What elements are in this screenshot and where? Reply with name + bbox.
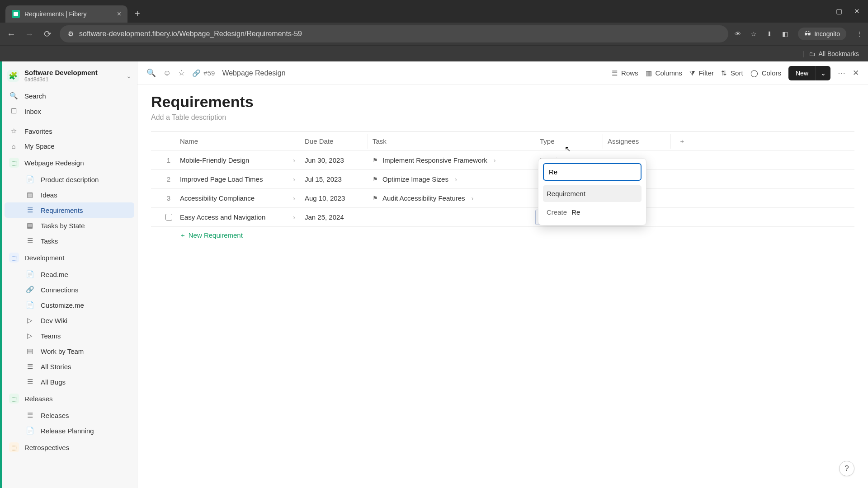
cell-task[interactable]: ⚑Optimize Image Sizes› xyxy=(368,172,535,187)
row-index: 3 xyxy=(159,194,177,202)
space-webpage-redesign[interactable]: ⬚Webpage Redesign xyxy=(5,154,134,172)
sidebar-item-teams[interactable]: ▷Teams xyxy=(5,328,134,343)
expand-icon[interactable]: › xyxy=(293,194,295,202)
rows-button[interactable]: ☰Rows xyxy=(612,69,638,77)
sidebar-item-customize[interactable]: 📄Customize.me xyxy=(5,297,134,313)
table-row[interactable]: 1 Mobile-Friendly Design› Jun 30, 2023 ⚑… xyxy=(151,151,854,170)
address-bar[interactable]: ⚙ software-development.fibery.io/Webpage… xyxy=(60,25,728,42)
sidebar-item-releases[interactable]: ☰Releases xyxy=(5,408,134,423)
sidebar-item-all-bugs[interactable]: ☰All Bugs xyxy=(5,374,134,389)
sidebar-item-work-by-team[interactable]: ▤Work by Team xyxy=(5,343,134,359)
column-header-task[interactable]: Task xyxy=(368,134,535,149)
all-bookmarks-button[interactable]: 🗀 All Bookmarks xyxy=(809,50,859,57)
nav-back-icon[interactable]: ← xyxy=(5,29,17,39)
column-header-assignees[interactable]: Assignees xyxy=(603,134,671,149)
sidebar-favorites[interactable]: ☆Favorites xyxy=(5,123,134,139)
chevron-down-icon: ⌄ xyxy=(126,72,132,80)
sidebar-inbox[interactable]: ☐Inbox xyxy=(5,103,134,119)
tab-close-icon[interactable]: × xyxy=(117,10,121,18)
cell-name[interactable]: Improved Page Load Times› xyxy=(177,172,300,187)
table-row[interactable]: 3 Accessibility Compliance› Aug 10, 2023… xyxy=(151,189,854,208)
sidebar-search[interactable]: 🔍Search xyxy=(5,88,134,103)
cell-name[interactable]: Accessibility Compliance› xyxy=(177,191,300,206)
sidebar-item-release-planning[interactable]: 📄Release Planning xyxy=(5,423,134,438)
sidebar-item-readme[interactable]: 📄Read.me xyxy=(5,267,134,282)
row-checkbox[interactable] xyxy=(159,214,177,221)
cell-due[interactable]: Jan 25, 2024 xyxy=(300,210,368,225)
page-title: Requirements xyxy=(151,93,854,111)
home-icon: ⌂ xyxy=(9,142,18,150)
side-panel-icon[interactable]: ◧ xyxy=(782,30,788,38)
search-icon[interactable]: 🔍 xyxy=(146,68,156,78)
cell-due[interactable]: Aug 10, 2023 xyxy=(300,191,368,206)
type-option-requirement[interactable]: Requirement xyxy=(543,185,642,202)
cell-task[interactable]: ⚑Audit Accessibility Features› xyxy=(368,191,535,206)
sidebar-item-product-description[interactable]: 📄Product description xyxy=(5,172,134,187)
cell-task[interactable] xyxy=(368,214,535,221)
nav-reload-icon[interactable]: ⟳ xyxy=(42,28,53,39)
sidebar-item-requirements[interactable]: ☰Requirements xyxy=(5,202,134,218)
breadcrumb[interactable]: Webpage Redesign xyxy=(222,69,285,77)
expand-icon[interactable]: › xyxy=(494,156,496,164)
sidebar-item-dev-wiki[interactable]: ▷Dev Wiki xyxy=(5,313,134,328)
inbox-icon: ☐ xyxy=(9,107,18,115)
workspace-switcher[interactable]: 🧩 Software Development 6ad8d3d1 ⌄ xyxy=(5,65,134,88)
sidebar-item-ideas[interactable]: ▤Ideas xyxy=(5,187,134,202)
space-releases[interactable]: ⬚Releases xyxy=(5,389,134,408)
cell-due[interactable]: Jul 15, 2023 xyxy=(300,172,368,187)
sort-button[interactable]: ⇅Sort xyxy=(721,69,743,77)
expand-icon[interactable]: › xyxy=(455,175,457,183)
sidebar-my-space[interactable]: ⌂My Space xyxy=(5,139,134,154)
entity-ref[interactable]: 🔗#59 xyxy=(192,69,215,77)
expand-icon[interactable]: › xyxy=(293,175,295,183)
space-retrospectives[interactable]: ⬚Retrospectives xyxy=(5,438,134,456)
expand-icon[interactable]: › xyxy=(293,156,295,164)
cell-name[interactable]: Easy Access and Navigation› xyxy=(177,210,300,225)
browser-menu-icon[interactable]: ⋮ xyxy=(856,30,863,38)
cell-task[interactable]: ⚑Implement Responsive Framework› xyxy=(368,153,535,168)
star-icon[interactable]: ☆ xyxy=(178,68,185,78)
add-requirement-button[interactable]: + New Requirement xyxy=(151,227,854,244)
browser-tab[interactable]: Requirements | Fibery × xyxy=(5,5,127,23)
sidebar-item-tasks-by-state[interactable]: ▤Tasks by State xyxy=(5,218,134,233)
flag-icon: ⚑ xyxy=(373,195,378,202)
colors-button[interactable]: ◯Colors xyxy=(750,69,781,77)
expand-icon[interactable]: › xyxy=(293,213,295,221)
expand-icon[interactable]: › xyxy=(472,194,474,202)
more-icon[interactable]: ⋯ xyxy=(838,68,845,78)
sidebar-item-tasks[interactable]: ☰Tasks xyxy=(5,233,134,249)
window-maximize-icon[interactable]: ▢ xyxy=(836,7,842,15)
site-settings-icon[interactable]: ⚙ xyxy=(68,30,74,38)
table-row[interactable]: 2 Improved Page Load Times› Jul 15, 2023… xyxy=(151,170,854,189)
cell-name[interactable]: Mobile-Friendly Design› xyxy=(177,153,300,168)
link-icon: 🔗 xyxy=(25,286,34,294)
column-header-name[interactable]: Name xyxy=(177,134,300,149)
bookmark-star-icon[interactable]: ☆ xyxy=(751,30,757,38)
filter-button[interactable]: ⧩Filter xyxy=(689,69,714,77)
add-column-button[interactable]: + xyxy=(671,137,693,145)
help-button[interactable]: ? xyxy=(839,461,854,476)
table-description-input[interactable]: Add a Table description xyxy=(151,113,854,122)
tracking-icon[interactable]: 👁 xyxy=(735,30,741,38)
sidebar-item-connections[interactable]: 🔗Connections xyxy=(5,282,134,297)
cell-due[interactable]: Jun 30, 2023 xyxy=(300,153,368,168)
close-icon[interactable]: ✕ xyxy=(853,68,859,78)
nav-forward-icon[interactable]: → xyxy=(24,29,35,39)
new-button[interactable]: New ⌄ xyxy=(788,66,830,80)
sidebar-item-all-stories[interactable]: ☰All Stories xyxy=(5,359,134,374)
window-minimize-icon[interactable]: — xyxy=(817,7,824,15)
emoji-icon[interactable]: ☺ xyxy=(163,69,171,78)
type-create-option[interactable]: Create Re xyxy=(543,204,642,221)
new-tab-button[interactable]: + xyxy=(135,9,140,19)
row-index: 2 xyxy=(159,175,177,183)
column-header-due[interactable]: Due Date xyxy=(300,134,368,149)
column-header-type[interactable]: Type xyxy=(535,134,603,149)
window-close-icon[interactable]: ✕ xyxy=(854,7,860,15)
table-row[interactable]: Easy Access and Navigation› Jan 25, 2024 xyxy=(151,208,854,227)
new-dropdown-icon[interactable]: ⌄ xyxy=(816,66,830,80)
downloads-icon[interactable]: ⬇ xyxy=(767,30,772,38)
columns-button[interactable]: ▥Columns xyxy=(646,69,682,77)
space-development[interactable]: ⬚Development xyxy=(5,249,134,267)
type-search-input[interactable] xyxy=(543,163,642,181)
incognito-indicator[interactable]: 🕶 Incognito xyxy=(798,28,846,40)
